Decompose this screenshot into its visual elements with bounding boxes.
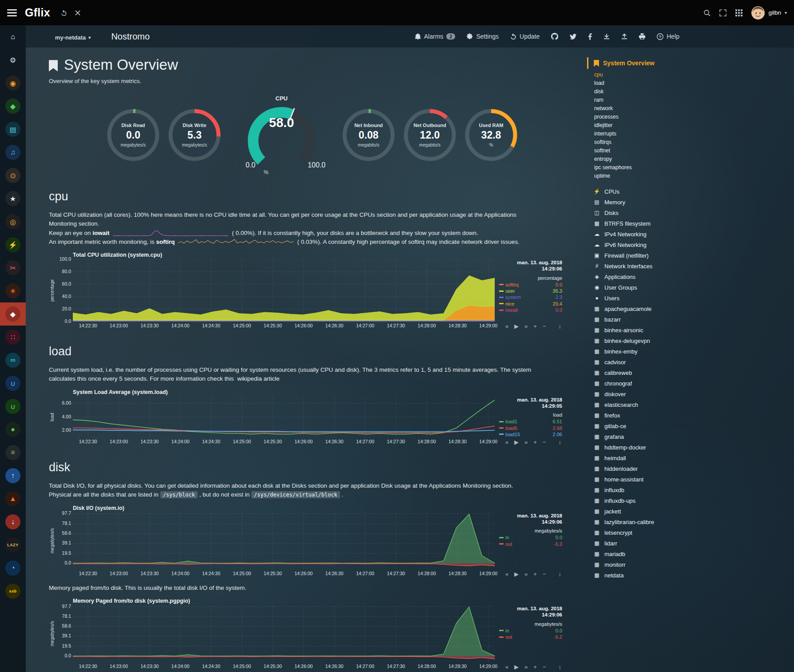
- toc-section-item[interactable]: # Network Interfaces: [593, 261, 794, 271]
- sidebar-app-icon-app-15[interactable]: ∪: [0, 395, 26, 418]
- disk-write-gauge[interactable]: Disk Write5.3megabytes/s: [167, 107, 222, 163]
- chart-zoom-out-button[interactable]: −: [543, 571, 546, 577]
- alarms-button[interactable]: Alarms 2: [415, 33, 456, 40]
- facebook-button[interactable]: [588, 33, 592, 40]
- legend-item-in[interactable]: in0.0: [499, 534, 562, 541]
- chart-pan-right-button[interactable]: »: [524, 323, 528, 330]
- toc-app-item[interactable]: ▦ lidarr: [593, 538, 794, 549]
- toc-app-item[interactable]: ▦ influxdb: [593, 485, 794, 495]
- net-outbound-gauge[interactable]: Net Outbound12.0megabits/s: [402, 107, 457, 163]
- sidebar-app-icon-app-8[interactable]: ⚡: [0, 233, 26, 256]
- toc-app-item[interactable]: ▦ chronograf: [593, 378, 794, 389]
- sidebar-app-icon-app-21[interactable]: LAZY: [0, 533, 26, 557]
- chart-zoom-in-button[interactable]: +: [533, 571, 537, 577]
- cpu-gauge[interactable]: CPU58.00.0100.0%: [235, 95, 328, 168]
- chart-pan-left-button[interactable]: «: [505, 664, 508, 670]
- chart-play-button[interactable]: ▶: [514, 323, 519, 330]
- toc-app-item[interactable]: ▦ firefox: [593, 410, 794, 421]
- toc-app-item[interactable]: ▦ netdata: [593, 570, 794, 581]
- chart-zoom-in-button[interactable]: +: [533, 664, 537, 670]
- chart-pan-left-button[interactable]: «: [505, 323, 508, 330]
- legend-item-nice[interactable]: nice20.4: [499, 301, 562, 307]
- export-snapshot-button[interactable]: [603, 33, 610, 40]
- toc-section-item[interactable]: ◫ Disks: [593, 207, 794, 218]
- toc-app-item[interactable]: ▦ mariadb: [593, 549, 794, 559]
- toc-app-item[interactable]: ▦ heimdall: [593, 453, 794, 463]
- toc-app-item[interactable]: ▦ letsencrypt: [593, 527, 794, 538]
- chart-pan-right-button[interactable]: »: [524, 439, 528, 445]
- sidebar-app-icon-app-20[interactable]: ↓: [0, 510, 26, 533]
- toc-section-item[interactable]: ● Users: [593, 293, 794, 303]
- chart-plot-area[interactable]: 0.019.539.158.678.197.714:22:3014:23:001…: [73, 513, 495, 569]
- legend-item-iowait[interactable]: iowait0.0: [499, 307, 562, 313]
- toc-section-system-overview[interactable]: System Overview: [587, 57, 794, 69]
- import-snapshot-button[interactable]: [621, 33, 627, 40]
- chart-resize-handle[interactable]: ↕: [559, 439, 562, 445]
- sidebar-app-icon-app-16[interactable]: ●: [0, 418, 26, 441]
- toc-app-item[interactable]: ▦ hddtemp-docker: [593, 442, 794, 453]
- sidebar-app-icon-app-3[interactable]: ▤: [0, 118, 26, 141]
- sidebar-app-icon-app-9[interactable]: ✂: [0, 256, 26, 279]
- sidebar-app-icon-app-18[interactable]: ↑: [0, 464, 26, 487]
- toc-overview-item[interactable]: uptime: [594, 171, 794, 180]
- legend-item-load1[interactable]: load16.51: [499, 418, 562, 425]
- chart-pan-right-button[interactable]: »: [524, 664, 528, 670]
- toc-app-item[interactable]: ▦ jackett: [593, 506, 794, 517]
- legend-item-system[interactable]: system2.3: [499, 294, 562, 300]
- disk-read-gauge[interactable]: Disk Read0.0megabytes/s: [106, 107, 161, 163]
- chart-play-button[interactable]: ▶: [514, 571, 519, 577]
- chart-pan-left-button[interactable]: «: [505, 571, 508, 577]
- print-button[interactable]: [639, 33, 645, 40]
- sidebar-app-icon-app-22[interactable]: ◔: [0, 557, 26, 580]
- sidebar-app-icon-app-7[interactable]: ◎: [0, 210, 26, 233]
- toc-section-item[interactable]: ◈ Applications: [593, 271, 794, 282]
- toc-overview-item[interactable]: disk: [594, 87, 794, 95]
- toc-app-item[interactable]: ▦ lazylibrarian-calibre: [593, 517, 794, 527]
- twitter-button[interactable]: [570, 34, 576, 40]
- chart-resize-handle[interactable]: ↕: [559, 664, 562, 670]
- toc-app-item[interactable]: ▦ elasticsearch: [593, 399, 794, 410]
- toc-app-item[interactable]: ▦ cadvisor: [593, 357, 794, 367]
- chart-plot-area[interactable]: 2.004.006.0014:22:3014:23:0014:23:3014:2…: [73, 397, 495, 437]
- chart-zoom-in-button[interactable]: +: [533, 323, 537, 330]
- sidebar-app-icon-app-6[interactable]: ★: [0, 187, 26, 210]
- help-button[interactable]: ? Help: [657, 33, 679, 40]
- brand-title[interactable]: Gflix: [25, 6, 50, 19]
- toc-app-item[interactable]: ▦ grafana: [593, 431, 794, 442]
- fullscreen-icon[interactable]: [719, 9, 727, 16]
- settings-button[interactable]: Settings: [467, 33, 499, 40]
- toc-overview-item[interactable]: softnet: [594, 146, 794, 155]
- net-inbound-gauge[interactable]: Net Inbound0.08megabits/s: [341, 107, 396, 163]
- toc-app-item[interactable]: ▦ binhex-emby: [593, 346, 794, 357]
- sidebar-app-icon-app-17[interactable]: ≡: [0, 441, 26, 464]
- used-ram-gauge[interactable]: Used RAM32.8%: [464, 107, 519, 163]
- chart-pan-right-button[interactable]: »: [524, 571, 528, 577]
- toc-overview-item[interactable]: ipc semaphores: [594, 163, 794, 171]
- close-tab-button[interactable]: [75, 10, 80, 16]
- sidebar-app-icon-app-2[interactable]: ◆: [0, 95, 26, 118]
- toc-app-item[interactable]: ▦ home-assistant: [593, 474, 794, 485]
- legend-item-load5[interactable]: load52.68: [499, 425, 562, 431]
- chart-play-button[interactable]: ▶: [514, 439, 519, 445]
- toc-section-item[interactable]: ⚡ CPUs: [593, 186, 794, 197]
- legend-item-load15[interactable]: load152.06: [499, 431, 562, 437]
- sidebar-app-icon-app-4[interactable]: ♫: [0, 141, 26, 164]
- search-icon[interactable]: [703, 9, 711, 16]
- toc-app-item[interactable]: ▦ apacheguacamole: [593, 303, 794, 314]
- sidebar-app-icon-app-13[interactable]: ∞: [0, 349, 26, 372]
- host-dropdown[interactable]: my-netdata ▾: [55, 34, 91, 41]
- toc-section-item[interactable]: ☁ IPv4 Networking: [593, 229, 794, 239]
- github-button[interactable]: [551, 33, 558, 40]
- toc-overview-item[interactable]: load: [594, 79, 794, 87]
- user-menu[interactable]: gilbn ▾: [751, 6, 787, 20]
- legend-item-user[interactable]: user35.3: [499, 288, 562, 294]
- chart-resize-handle[interactable]: ↕: [559, 571, 562, 577]
- sidebar-app-icon-app-11[interactable]: ◆: [0, 302, 26, 326]
- update-button[interactable]: Update: [510, 33, 540, 40]
- wikipedia-link[interactable]: wikipedia article: [237, 375, 279, 382]
- refresh-tab-button[interactable]: [61, 10, 67, 16]
- sidebar-app-icon-app-10[interactable]: ☀: [0, 279, 26, 302]
- sidebar-app-icon-app-14[interactable]: ∪: [0, 372, 26, 395]
- legend-item-in[interactable]: in0.0: [499, 628, 562, 634]
- apps-grid-icon[interactable]: [735, 9, 742, 16]
